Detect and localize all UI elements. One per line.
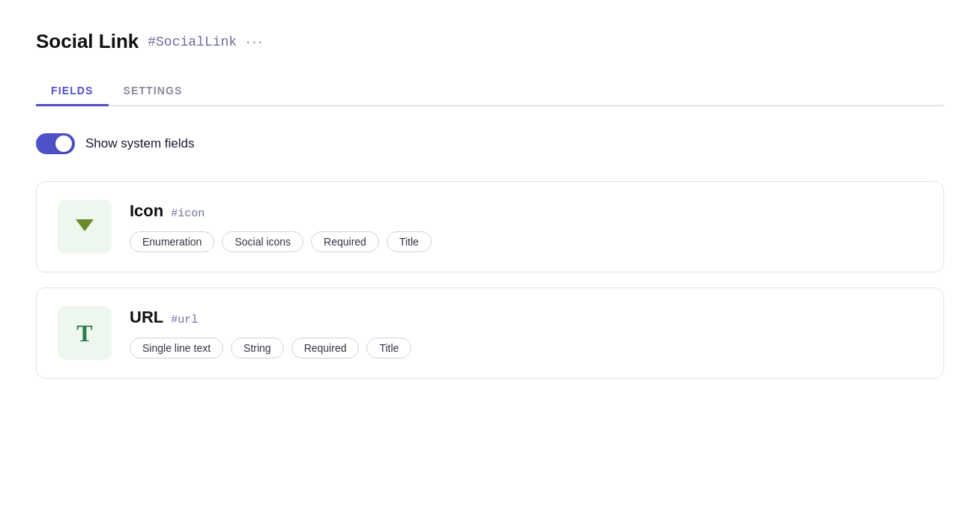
tab-bar: FIELDS SETTINGS (36, 77, 944, 106)
field-name-icon: Icon (130, 201, 163, 221)
tag-social-icons: Social icons (222, 231, 303, 252)
field-card-url: T URL #url Single line text String Requi… (36, 287, 944, 379)
tag-enumeration: Enumeration (130, 231, 214, 252)
show-system-fields-toggle[interactable] (36, 133, 75, 154)
field-content-url: URL #url Single line text String Require… (130, 308, 922, 359)
field-card-icon: Icon #icon Enumeration Social icons Requ… (36, 181, 944, 272)
chevron-down-icon (73, 216, 97, 237)
field-content-icon: Icon #icon Enumeration Social icons Requ… (130, 201, 922, 252)
field-tags-icon: Enumeration Social icons Required Title (130, 231, 922, 252)
page-header: Social Link #SocialLink ··· (36, 30, 944, 53)
svg-marker-0 (76, 219, 94, 231)
tag-title: Title (387, 231, 432, 252)
field-tags-url: Single line text String Required Title (130, 338, 922, 359)
tab-settings[interactable]: SETTINGS (109, 77, 198, 106)
field-name-url: URL (130, 308, 163, 327)
tag-single-line-text: Single line text (130, 338, 223, 359)
tab-fields[interactable]: FIELDS (36, 77, 109, 106)
field-name-row-icon: Icon #icon (130, 201, 922, 221)
tag-string: String (231, 338, 284, 359)
field-name-row-url: URL #url (130, 308, 922, 327)
tag-title-url: Title (366, 338, 411, 359)
tag-required-url: Required (291, 338, 360, 359)
more-options-icon[interactable]: ··· (246, 32, 264, 52)
field-hash-url: #url (171, 314, 198, 326)
tag-required: Required (311, 231, 379, 252)
field-icon-url: T (58, 306, 112, 360)
field-icon-icon (58, 200, 112, 254)
text-icon: T (76, 320, 92, 347)
show-system-fields-label: Show system fields (85, 136, 195, 151)
toggle-thumb (55, 135, 72, 152)
field-hash-icon: #icon (171, 207, 205, 220)
page-hash: #SocialLink (148, 34, 237, 49)
toggle-track (36, 133, 75, 154)
page-title: Social Link (36, 30, 139, 53)
show-system-fields-row: Show system fields (36, 133, 944, 154)
